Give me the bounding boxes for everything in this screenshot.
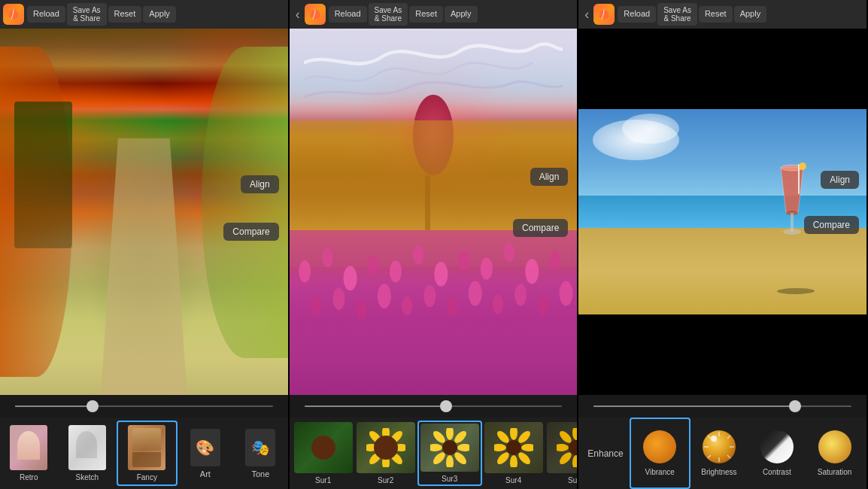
align-btn-3[interactable]: Align	[821, 171, 859, 189]
tab-sketch[interactable]: Sketch	[59, 421, 117, 486]
svg-point-55	[572, 455, 578, 467]
sur1-thumb	[294, 422, 353, 473]
slider-track-1[interactable]	[15, 405, 273, 407]
reset-btn-3[interactable]: Reset	[699, 6, 733, 22]
fancy-thumb	[128, 425, 165, 470]
reload-btn-1[interactable]: Reload	[27, 6, 65, 22]
tab-tone[interactable]: 🎭 Tone	[233, 421, 288, 486]
sur1-label: Sur1	[315, 476, 331, 484]
enhance-contrast[interactable]: Contrast	[748, 418, 806, 489]
save-btn-3[interactable]: Save As & Share	[657, 3, 697, 26]
svg-point-16	[402, 296, 412, 316]
svg-point-17	[423, 285, 436, 307]
tab-sur2[interactable]: Sur2	[355, 421, 417, 486]
apply-btn-2[interactable]: Apply	[445, 6, 478, 22]
retro-label: Retro	[20, 473, 38, 481]
svg-point-37	[446, 455, 454, 467]
slider-area-3	[578, 395, 866, 418]
fancy-building-2	[132, 452, 161, 467]
art-icon: 🎨	[190, 429, 220, 466]
sur3-thumb	[420, 424, 479, 472]
tab-sur5[interactable]: Sur5	[545, 421, 578, 486]
compare-btn-3[interactable]: Compare	[804, 216, 859, 234]
svg-point-35	[457, 444, 469, 451]
retro-figure	[17, 431, 40, 460]
fancy-building	[132, 428, 161, 451]
reset-btn-2[interactable]: Reset	[409, 6, 443, 22]
tab-sur3[interactable]: Sur3	[417, 421, 482, 486]
slider-area-1	[0, 395, 288, 418]
svg-point-22	[538, 296, 548, 316]
contrast-icon	[760, 430, 794, 463]
svg-point-11	[549, 251, 560, 270]
compare-btn-1[interactable]: Compare	[223, 223, 278, 241]
sur2-thumb	[357, 422, 415, 473]
toolbar-1: Reload Save As & Share Reset Apply	[0, 0, 288, 29]
enhance-vibrance[interactable]: Vibrance	[630, 418, 690, 489]
slider-thumb-2[interactable]	[440, 400, 452, 412]
slider-fill-1	[15, 405, 93, 407]
field-scene	[290, 29, 578, 395]
apply-btn-1[interactable]: Apply	[143, 6, 176, 22]
align-btn-2[interactable]: Align	[530, 168, 569, 186]
logo-icon-2	[305, 4, 326, 25]
svg-point-19	[468, 281, 481, 305]
cocktail	[769, 160, 815, 251]
slider-fill-3	[593, 405, 794, 407]
save-btn-1[interactable]: Save As & Share	[67, 3, 107, 26]
back-btn-2[interactable]: ‹	[293, 7, 303, 23]
svg-line-74	[708, 455, 711, 458]
tone-label: Tone	[251, 469, 269, 478]
sf1-center	[311, 436, 335, 460]
art-label: Art	[200, 469, 211, 478]
svg-point-5	[413, 245, 423, 265]
svg-rect-65	[798, 164, 800, 194]
enhance-tabs: Enhance Vibrance	[578, 418, 866, 489]
reload-btn-2[interactable]: Reload	[329, 6, 367, 22]
slider-track-2[interactable]	[305, 405, 563, 407]
image-area-1: Align Compare	[0, 29, 288, 395]
svg-point-13	[332, 288, 344, 310]
park-scene	[0, 29, 288, 395]
retro-thumb	[10, 425, 47, 470]
sur4-thumb	[484, 422, 543, 473]
sf3-petals	[430, 428, 469, 467]
save-btn-2[interactable]: Save As & Share	[369, 3, 408, 26]
reset-btn-1[interactable]: Reset	[108, 6, 142, 22]
svg-point-2	[343, 266, 357, 290]
svg-point-4	[390, 260, 402, 282]
tab-sur4[interactable]: Sur4	[483, 421, 545, 486]
slider-thumb-1[interactable]	[86, 400, 99, 412]
logo-icon-3	[593, 4, 615, 25]
align-btn-1[interactable]: Align	[241, 175, 279, 193]
toolbar-2: ‹ Reload Save As & Share Reset Apply	[290, 0, 578, 29]
panel-1: Reload Save As & Share Reset Apply Align…	[0, 0, 290, 489]
sf5-petals	[557, 428, 578, 467]
back-btn-3[interactable]: ‹	[581, 7, 592, 23]
vibrance-label: Vibrance	[645, 468, 674, 476]
tab-fancy[interactable]: Fancy	[117, 421, 178, 486]
compare-btn-2[interactable]: Compare	[513, 219, 568, 237]
enhance-label: Enhance	[581, 448, 629, 459]
svg-point-20	[493, 295, 503, 314]
tone-icon: 🎭	[245, 429, 275, 466]
enhance-brightness[interactable]: Brightness	[690, 418, 748, 489]
contrast-label: Contrast	[763, 468, 791, 476]
svg-point-21	[514, 284, 527, 305]
black-top	[578, 29, 866, 109]
svg-point-18	[447, 297, 457, 317]
sur5-thumb	[547, 422, 578, 473]
apply-btn-3[interactable]: Apply	[734, 6, 767, 22]
sf4-petals	[494, 428, 533, 467]
svg-point-12	[311, 296, 321, 316]
slider-thumb-3[interactable]	[789, 400, 801, 412]
reload-btn-3[interactable]: Reload	[618, 6, 656, 22]
svg-point-57	[557, 444, 569, 451]
tab-retro[interactable]: Retro	[0, 421, 58, 486]
slider-track-3[interactable]	[593, 405, 851, 407]
svg-point-33	[446, 428, 454, 440]
tab-art[interactable]: 🎨 Art	[178, 421, 233, 486]
tab-sur1[interactable]: Sur1	[293, 421, 354, 486]
brightness-icon	[703, 430, 736, 463]
enhance-saturation[interactable]: Saturation	[806, 418, 863, 489]
